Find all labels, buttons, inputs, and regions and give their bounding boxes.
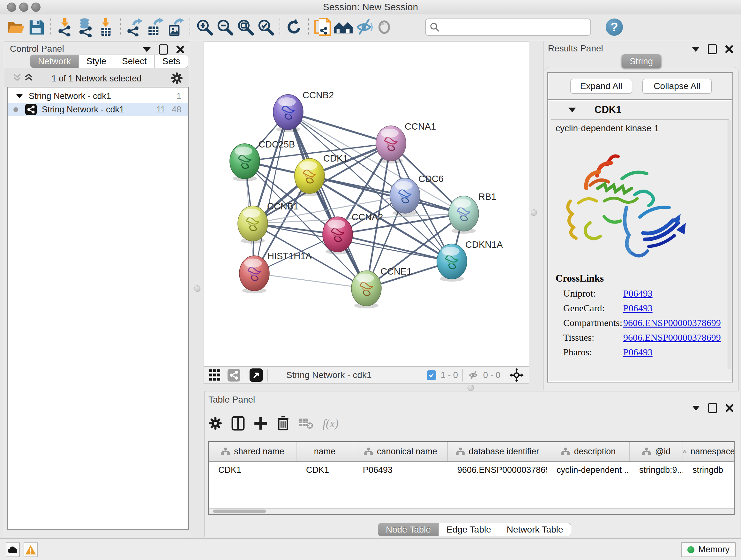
gear-icon[interactable]	[208, 416, 222, 430]
options-gear-icon[interactable]	[171, 72, 183, 84]
network-node-cdk1[interactable]: CDK1	[294, 153, 348, 196]
tab-style[interactable]: Style	[79, 55, 114, 68]
section-collapse-icon[interactable]	[568, 108, 576, 112]
node-description: cyclin-dependent kinase 1	[556, 123, 659, 133]
export-network-icon[interactable]	[125, 17, 145, 37]
memory-status-icon	[687, 546, 694, 553]
collapse-all-button[interactable]: Collapse All	[643, 79, 712, 94]
network-node-cdkn1a[interactable]: CDKN1A	[437, 240, 503, 282]
birdseye-icon[interactable]	[250, 368, 263, 382]
table-cell[interactable]: CDK1	[209, 465, 296, 475]
tab-select[interactable]: Select	[114, 55, 155, 68]
crosslink-link[interactable]: P06493	[623, 347, 653, 358]
network-edge[interactable]	[338, 234, 452, 261]
network-edge[interactable]	[288, 112, 366, 288]
expand-all-button[interactable]: Expand All	[570, 79, 632, 94]
open-file-icon[interactable]	[6, 17, 26, 37]
crosslink-link[interactable]: P06493	[623, 288, 653, 299]
delete-table-icon[interactable]	[298, 417, 314, 429]
column-header-description[interactable]: description	[547, 442, 630, 461]
panel-close-icon[interactable]	[725, 404, 734, 412]
column-header-namespace[interactable]: namespace	[683, 442, 735, 461]
save-session-icon[interactable]	[26, 17, 47, 37]
show-all-icon[interactable]	[333, 17, 354, 37]
grid-view-icon[interactable]	[208, 369, 221, 381]
column-header-canonical-name[interactable]: canonical name	[353, 442, 448, 461]
network-node-cdc6[interactable]: CDC6	[390, 174, 444, 216]
table-cell[interactable]: cyclin-dependent ...	[547, 465, 630, 475]
warning-button[interactable]	[23, 543, 38, 557]
column-header--id[interactable]: @id	[630, 442, 683, 461]
crosshair-icon[interactable]	[510, 368, 524, 382]
network-edge[interactable]	[254, 273, 366, 288]
column-header-name[interactable]: name	[296, 442, 353, 461]
cloud-button[interactable]	[6, 543, 20, 557]
network-edge[interactable]	[288, 112, 391, 143]
panel-menu-icon[interactable]	[143, 47, 151, 52]
panel-float-icon[interactable]	[159, 44, 168, 55]
export-image-icon[interactable]	[165, 17, 186, 37]
hidden-eye-icon[interactable]	[467, 370, 479, 381]
panel-close-icon[interactable]	[725, 45, 733, 53]
table-cell[interactable]: 9606.ENSP00000378699	[448, 465, 547, 475]
selected-checkbox-icon[interactable]	[427, 370, 436, 380]
network-node-rb1[interactable]: RB1	[449, 192, 496, 234]
zoom-fit-icon[interactable]	[235, 17, 255, 37]
network-collection-row[interactable]: String Network - cdk1 1	[8, 89, 188, 103]
network-edge[interactable]	[254, 112, 288, 273]
columns-icon[interactable]	[231, 416, 245, 431]
column-header-shared-name[interactable]: shared name	[209, 442, 296, 461]
import-network-database-icon[interactable]	[75, 17, 96, 37]
panel-close-icon[interactable]	[176, 45, 185, 54]
table-hscrollbar[interactable]	[209, 508, 734, 514]
network-node-ccna2[interactable]: CCNA2	[323, 212, 383, 254]
export-table-icon[interactable]	[145, 17, 165, 37]
help-icon[interactable]: ?	[606, 18, 623, 36]
zoom-selected-icon[interactable]	[255, 17, 276, 37]
zoom-in-icon[interactable]	[194, 17, 214, 37]
tree-expand-icon[interactable]	[16, 94, 23, 98]
network-node-hist1h1a[interactable]: HIST1H1A	[239, 251, 312, 294]
crosslink-link[interactable]: P06493	[623, 303, 653, 314]
node-section-header[interactable]: CDK1	[549, 101, 732, 119]
table-cell[interactable]: CDK1	[296, 465, 353, 475]
tab-edge-table[interactable]: Edge Table	[439, 523, 499, 537]
tab-string[interactable]: String	[621, 54, 661, 68]
table-cell[interactable]: stringdb	[683, 465, 735, 475]
results-scrollbar[interactable]	[728, 120, 731, 369]
delete-column-icon[interactable]	[277, 416, 289, 431]
panel-menu-icon[interactable]	[692, 406, 700, 411]
clone-network-icon[interactable]	[313, 17, 333, 37]
table-cell[interactable]: stringdb:9...	[630, 465, 683, 475]
left-splitter-handle[interactable]	[194, 286, 200, 292]
function-builder-icon[interactable]: f(x)	[323, 417, 339, 430]
refresh-icon[interactable]	[284, 17, 305, 37]
search-input[interactable]	[440, 22, 587, 33]
tab-network[interactable]: Network	[30, 55, 79, 68]
tab-sets[interactable]: Sets	[155, 55, 188, 68]
import-table-icon[interactable]	[96, 17, 116, 37]
table-row[interactable]: CDK1CDK1P064939606.ENSP00000378699cyclin…	[209, 462, 734, 478]
network-row-selected[interactable]: String Network - cdk1 11 48	[8, 103, 188, 116]
import-network-file-icon[interactable]	[55, 17, 75, 37]
add-column-icon[interactable]	[254, 416, 268, 430]
crosslink-link[interactable]: 9606.ENSP00000378699	[623, 317, 721, 328]
toolbar-separator	[462, 369, 463, 381]
network-node-ccne1[interactable]: CCNE1	[351, 266, 412, 308]
zoom-out-icon[interactable]	[214, 17, 235, 37]
right-splitter-handle[interactable]	[531, 209, 537, 216]
table-cell[interactable]: P06493	[353, 465, 448, 475]
column-header-database-identifier[interactable]: database identifier	[448, 442, 547, 461]
crosslink-link[interactable]: 9606.ENSP00000378699	[623, 332, 721, 343]
tab-network-table[interactable]: Network Table	[499, 523, 571, 537]
memory-button[interactable]: Memory	[681, 542, 736, 557]
bottom-splitter-handle[interactable]	[468, 385, 474, 391]
share-view-icon[interactable]	[227, 369, 240, 381]
panel-menu-icon[interactable]	[692, 47, 699, 52]
hide-selected-icon[interactable]	[354, 17, 374, 37]
panel-float-icon[interactable]	[708, 44, 717, 54]
tab-node-table[interactable]: Node Table	[378, 523, 439, 537]
toggle-view-icon[interactable]	[374, 17, 394, 37]
hscroll-thumb[interactable]	[213, 509, 266, 513]
panel-float-icon[interactable]	[708, 403, 717, 413]
